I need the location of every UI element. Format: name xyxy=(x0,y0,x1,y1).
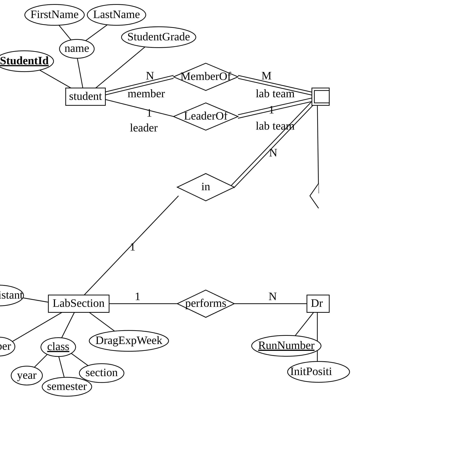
attr-dragexpweek-label: DragExpWeek xyxy=(96,334,163,346)
label-labteam2: lab team xyxy=(256,119,294,132)
attr-year-label: year xyxy=(17,369,37,381)
entity-drag-label: Dr xyxy=(311,297,323,309)
entity-labteam-inner xyxy=(314,91,329,103)
entity-labsection-label: LabSection xyxy=(53,297,104,309)
rel-rightcut xyxy=(310,184,319,208)
label-labteam1: lab team xyxy=(256,87,294,100)
label-1-in: 1 xyxy=(130,240,136,253)
label-n-in: N xyxy=(269,146,277,159)
attr-section-label: section xyxy=(85,366,118,379)
attr-runnumber-label: RunNumber xyxy=(258,339,314,351)
attr-assistant-label: ssistant xyxy=(0,289,23,301)
attr-name-label: name xyxy=(65,42,89,54)
line-student-name xyxy=(77,56,83,89)
rel-in-label: in xyxy=(201,180,210,193)
line-leaderof-labteam-2 xyxy=(238,101,312,118)
label-m-memberof: M xyxy=(261,69,272,82)
attr-studentgrade-label: StudentGrade xyxy=(127,30,190,43)
line-student-leaderof xyxy=(104,99,173,116)
label-member: member xyxy=(128,87,165,100)
line-labteam-right xyxy=(317,103,319,193)
label-n-memberof: N xyxy=(146,69,154,82)
attr-initpositi-label: InitPositi xyxy=(290,365,332,377)
entity-student-label: student xyxy=(69,90,102,102)
attr-firstname-label: FirstName xyxy=(31,8,79,20)
label-leader: leader xyxy=(130,121,158,134)
attr-studentid-label: StudentId xyxy=(0,54,49,67)
label-1-leaderof-left: 1 xyxy=(146,106,152,119)
rel-performs-label: performs xyxy=(185,297,226,309)
label-1-leaderof-right: 1 xyxy=(269,103,274,116)
attr-semester-label: semester xyxy=(47,380,87,392)
label-n-performs: N xyxy=(269,290,277,303)
attr-class-label: class xyxy=(47,340,69,353)
rel-memberof-label: MemberOf xyxy=(180,70,231,82)
label-1-performs: 1 xyxy=(135,290,141,303)
attr-ber-label: ber xyxy=(0,340,11,352)
rel-leaderof-label: LeaderOf xyxy=(184,109,228,122)
attr-lastname-label: LastName xyxy=(93,8,140,20)
